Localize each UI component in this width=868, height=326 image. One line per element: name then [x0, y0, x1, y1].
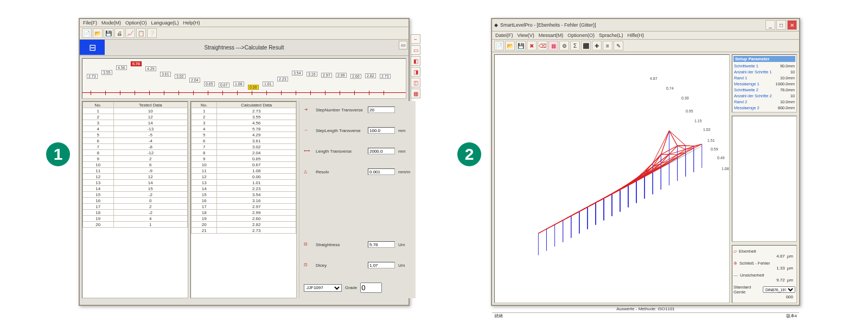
view3d-icon[interactable]: ⬛ [581, 41, 591, 51]
standard-gerde-select[interactable]: DIN876_1972 [763, 286, 795, 293]
table-row: 1415 [83, 186, 188, 192]
chart-bar-label: 5.78 [131, 61, 142, 66]
chart-bar-label: 3.16 [307, 72, 317, 77]
chart-bar-label: 0.00 [248, 85, 259, 90]
node-value-label: 1.08 [722, 167, 729, 171]
app2-title: SmartLevelPro - [Ebenheits - Fehler (Git… [500, 22, 596, 28]
right-tool-icon[interactable]: ▦ [411, 89, 420, 98]
unsicher-unit: µm [787, 278, 793, 283]
table-row: 73.02 [192, 144, 296, 150]
table-row: 1212 [83, 174, 188, 180]
badge-one: 1 [46, 142, 70, 166]
win-close-icon[interactable]: ✕ [787, 20, 797, 30]
report-icon[interactable]: 📋 [136, 28, 146, 38]
chart-bar-label: 3.55 [101, 70, 112, 75]
settings-icon[interactable]: ⚙ [559, 41, 569, 51]
menu-item[interactable]: Sprache(L) [599, 33, 623, 38]
delete-icon[interactable]: ✖ [527, 41, 537, 51]
table-row: 212 [83, 114, 188, 120]
print-icon[interactable]: 🖨 [114, 28, 124, 38]
menu-item[interactable]: Messart(M) [539, 33, 564, 38]
save-icon[interactable]: 💾 [516, 41, 526, 51]
menu-item[interactable]: Language(L) [151, 20, 179, 26]
steplen-unit: mm [398, 128, 411, 133]
node-value-label: 0.74 [666, 86, 674, 90]
menu-item[interactable]: View(V) [518, 33, 534, 38]
table-row: 100.67 [192, 162, 296, 168]
chart-bar-label: 2.82 [365, 73, 376, 78]
param-row: Schrittweite 190.0mm [733, 63, 795, 69]
length-unit: mm [398, 149, 411, 154]
unsicher-icon: — [733, 273, 738, 278]
menu-item[interactable]: Datei(F) [495, 33, 513, 38]
param-row: Schrittweite 278.0mm [733, 87, 795, 93]
save-icon[interactable]: 💾 [104, 28, 113, 38]
menu-item[interactable]: Option(O) [125, 20, 147, 26]
parameter-panel: ⇥ StepNumber Transverse ↔ StepLength Tra… [299, 101, 416, 298]
app-icon: ◆ [494, 22, 498, 28]
new-icon[interactable]: 📄 [82, 28, 92, 38]
minimize-icon[interactable]: ▭ [399, 41, 407, 49]
resolv-input[interactable] [368, 168, 395, 175]
table-row: 110 [83, 108, 188, 114]
chart-bar-label: 3.54 [292, 71, 303, 76]
win-max-icon[interactable]: □ [776, 20, 786, 30]
svg-line-442 [669, 131, 685, 146]
table-row: 1314 [83, 180, 188, 186]
edit-icon[interactable]: ✎ [614, 41, 623, 51]
node-value-label: 1.02 [703, 128, 711, 131]
cross-icon[interactable]: ✚ [592, 41, 602, 51]
table-row: 142.23 [192, 186, 296, 192]
app2-toolbar: 📄 📂 💾 ✖ ⌫ ▦ ⚙ Σ ⬛ ✚ ≡ ✎ [492, 40, 799, 52]
dicey-icon: ⊡ [304, 262, 312, 268]
list-icon[interactable]: ≡ [603, 41, 612, 51]
menu-item[interactable]: Optionen(O) [567, 33, 595, 38]
stepnum-input[interactable] [368, 106, 395, 113]
right-tool-icon[interactable]: − [411, 34, 420, 44]
app1-menubar: File(F)Mode(M)Option(O)Language(L)Help(H… [80, 19, 409, 27]
chart-icon[interactable]: 📈 [125, 28, 135, 38]
calc-icon[interactable]: Σ [570, 41, 580, 51]
right-tool-icon[interactable]: ◨ [411, 67, 420, 77]
table-row: 45.78 [192, 126, 296, 132]
table-row: 153.54 [192, 192, 296, 198]
status-right: 版本4 [786, 313, 797, 319]
standard-select[interactable]: JJF1097 [304, 284, 342, 292]
open-icon[interactable]: 📂 [93, 28, 103, 38]
chart-bar-label: 4.29 [145, 66, 156, 71]
table-row: 7-8 [83, 144, 188, 150]
steplen-input[interactable] [368, 127, 395, 134]
param-row: Rand 110.0mm [733, 75, 795, 81]
ebenheit-label: Ebenheit [739, 249, 756, 254]
svg-line-341 [669, 154, 677, 155]
dicey-output [368, 262, 395, 268]
right-tool-icon[interactable]: ▭ [411, 45, 420, 55]
schliess-value: 1.33 [776, 266, 785, 271]
menu-item[interactable]: Help(H) [183, 20, 200, 26]
win-min-icon[interactable]: _ [765, 20, 775, 30]
grid-mode-icon[interactable]: ▦ [548, 41, 558, 51]
setup-parameter-header: Setup Parameter [733, 56, 795, 62]
menu-item[interactable]: Hilfe(H) [627, 33, 644, 38]
menu-item[interactable]: Mode(M) [101, 20, 121, 26]
table-row: 82.04 [192, 150, 296, 156]
chart-bar-label: 1.08 [233, 82, 244, 86]
page-title: Straightness --->Calculate Result [204, 45, 284, 51]
length-input[interactable] [368, 148, 395, 154]
table-row: 90.65 [192, 156, 296, 162]
chart-bar-label: 2.23 [277, 77, 288, 82]
grade-label: Grade [345, 285, 357, 290]
ebenheit-icon: ▱ [733, 249, 737, 254]
param-row: Anzahl der Schritte 210 [733, 93, 795, 99]
flatness-3d-view[interactable]: 4.870.740.300.951.151.021.510.590.491.08 [494, 54, 730, 303]
right-tool-icon[interactable]: ◧ [411, 56, 420, 66]
col-header: No. [192, 102, 217, 108]
help-icon[interactable]: ❔ [147, 28, 157, 38]
new-icon[interactable]: 📄 [494, 41, 504, 51]
open-icon[interactable]: 📂 [505, 41, 515, 51]
right-tool-icon[interactable]: ◫ [411, 78, 420, 87]
node-value-label: 0.49 [717, 156, 725, 160]
svg-line-350 [669, 131, 677, 146]
clear-icon[interactable]: ⌫ [538, 41, 547, 51]
menu-item[interactable]: File(F) [83, 20, 97, 26]
